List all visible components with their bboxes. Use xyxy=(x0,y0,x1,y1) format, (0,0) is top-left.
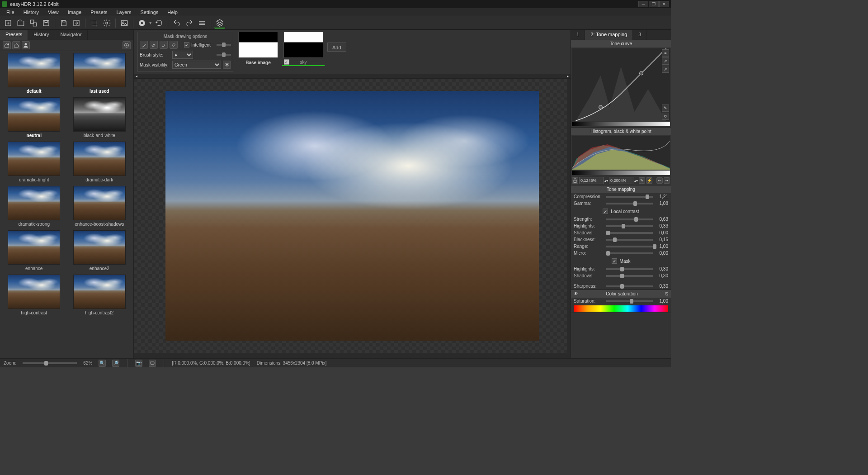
menu-settings[interactable]: Settings xyxy=(136,9,163,16)
eye-icon[interactable]: 👁 xyxy=(574,291,578,296)
brush-icon[interactable] xyxy=(140,41,148,49)
saturation-gradient[interactable] xyxy=(574,305,668,312)
preset-high-contrast[interactable]: high-contrast xyxy=(4,275,65,315)
preset-add-icon[interactable] xyxy=(123,41,131,49)
local-contrast-checkbox[interactable] xyxy=(603,209,608,214)
preset-enhance-boost-shadows[interactable]: enhance-boost-shadows xyxy=(69,186,130,227)
curve-reset-icon[interactable]: ↺ xyxy=(662,113,669,120)
preset-enhance[interactable]: enhance xyxy=(4,230,65,271)
rtab-tonemapping[interactable]: 2: Tone mapping xyxy=(585,30,633,40)
range-slider[interactable] xyxy=(606,246,653,247)
white-point-input[interactable] xyxy=(609,177,633,184)
histo-right-icon[interactable]: ⇥ xyxy=(664,177,670,184)
highlights-slider[interactable] xyxy=(606,225,653,227)
histo-auto-icon[interactable]: ⚡ xyxy=(646,177,652,184)
sharpness-slider[interactable] xyxy=(606,285,653,287)
preset-user-icon[interactable] xyxy=(22,41,30,49)
preset-dramatic-strong[interactable]: dramatic-strong xyxy=(4,186,65,227)
brush-style-select[interactable]: ● xyxy=(172,51,193,59)
batch-icon[interactable] xyxy=(28,18,39,28)
preset-last used[interactable]: last used xyxy=(69,53,130,94)
mask-vis-select[interactable]: Green xyxy=(172,61,221,69)
eraser-icon[interactable] xyxy=(150,41,158,49)
preset-black-and-white[interactable]: black-and-white xyxy=(69,97,130,138)
save-icon[interactable] xyxy=(58,18,69,28)
preset-home-icon[interactable] xyxy=(12,41,20,49)
camera-icon[interactable]: 📷 xyxy=(135,360,142,367)
histo-left-icon[interactable]: ⇤ xyxy=(656,177,663,184)
compare-icon[interactable] xyxy=(197,18,208,28)
black-point-input[interactable] xyxy=(579,177,604,184)
settings-icon[interactable] xyxy=(101,18,112,28)
histo-pick-icon[interactable]: ✎ xyxy=(639,177,645,184)
image-icon[interactable] xyxy=(119,18,130,28)
layer-sky[interactable]: ✓sky xyxy=(282,32,325,66)
preset-high-contrast2[interactable]: high-contrast2 xyxy=(69,275,130,315)
blackness-slider[interactable] xyxy=(606,239,653,241)
tab-presets[interactable]: Presets xyxy=(0,30,28,40)
crop-icon[interactable] xyxy=(89,18,99,28)
preset-dramatic-bright[interactable]: dramatic-bright xyxy=(4,142,65,182)
monitor-icon[interactable]: 🖵 xyxy=(149,360,156,367)
redo-icon[interactable] xyxy=(184,18,195,28)
canvas-v-scroll[interactable] xyxy=(567,79,571,353)
refresh-icon[interactable] xyxy=(154,18,165,28)
rtab-1[interactable]: 1 xyxy=(571,30,585,40)
tone-curve[interactable]: ≡ ↗ ↗ ✎ ↺ xyxy=(572,48,670,121)
maximize-button[interactable]: ❐ xyxy=(649,1,659,7)
intelligent-checkbox[interactable] xyxy=(184,42,189,48)
copy-icon[interactable]: ⎘ xyxy=(665,291,668,296)
strength-slider[interactable] xyxy=(606,218,653,220)
curve-preset2-icon[interactable]: ↗ xyxy=(662,66,669,73)
canvas-h-scroll[interactable] xyxy=(134,353,571,358)
menu-help[interactable]: Help xyxy=(163,9,182,16)
menu-file[interactable]: File xyxy=(2,9,19,16)
shadows-slider[interactable] xyxy=(606,232,653,234)
menu-presets[interactable]: Presets xyxy=(86,9,112,16)
open-icon[interactable] xyxy=(15,18,26,28)
image-canvas[interactable] xyxy=(134,79,571,353)
shadows2-slider[interactable] xyxy=(606,275,653,277)
preset-enhance2[interactable]: enhance2 xyxy=(69,230,130,271)
add-layer-button[interactable]: Add xyxy=(327,43,346,52)
curve-list-icon[interactable]: ≡ xyxy=(662,49,669,57)
dropper-icon[interactable] xyxy=(160,41,168,49)
zoom-slider[interactable] xyxy=(23,362,77,364)
brush-size-slider[interactable] xyxy=(217,54,231,56)
zoom-out-icon[interactable]: 🔍 xyxy=(99,360,106,367)
layer-base[interactable]: Base image xyxy=(237,32,279,66)
menu-history[interactable]: History xyxy=(19,9,43,16)
compression-slider[interactable] xyxy=(606,196,653,198)
menu-view[interactable]: View xyxy=(43,9,63,16)
new-project-icon[interactable] xyxy=(3,18,14,28)
micro-slider[interactable] xyxy=(606,252,653,254)
curve-preset1-icon[interactable]: ↗ xyxy=(662,57,669,65)
menu-image[interactable]: Image xyxy=(63,9,86,16)
gamma-slider[interactable] xyxy=(606,203,653,204)
nav-icon[interactable] xyxy=(137,18,147,28)
lock-icon[interactable] xyxy=(572,177,578,184)
mask-checkbox[interactable] xyxy=(612,258,617,264)
highlights2-slider[interactable] xyxy=(606,268,653,270)
preset-neutral[interactable]: neutral xyxy=(4,97,65,138)
preset-dramatic-dark[interactable]: dramatic-dark xyxy=(69,142,130,182)
zoom-in-icon[interactable]: 🔎 xyxy=(112,360,119,367)
layers-icon[interactable] xyxy=(214,18,225,28)
tab-navigator[interactable]: Navigator xyxy=(55,30,88,40)
saturation-slider[interactable] xyxy=(606,300,653,302)
intelligent-slider[interactable] xyxy=(217,44,231,46)
histogram[interactable] xyxy=(572,136,670,170)
export-icon[interactable] xyxy=(71,18,82,28)
undo-icon[interactable] xyxy=(171,18,182,28)
layer-scrollbar[interactable]: ◂▸ xyxy=(134,74,571,79)
rtab-3[interactable]: 3 xyxy=(633,30,647,40)
preset-home-users-icon[interactable] xyxy=(3,41,11,49)
curve-pencil-icon[interactable]: ✎ xyxy=(662,104,669,112)
save-project-icon[interactable] xyxy=(41,18,52,28)
preset-default[interactable]: default xyxy=(4,53,65,94)
tab-history[interactable]: History xyxy=(28,30,55,40)
fill-icon[interactable] xyxy=(170,41,178,49)
menu-layers[interactable]: Layers xyxy=(112,9,136,16)
mask-eye-icon[interactable] xyxy=(223,61,231,69)
minimize-button[interactable]: ─ xyxy=(638,1,648,7)
